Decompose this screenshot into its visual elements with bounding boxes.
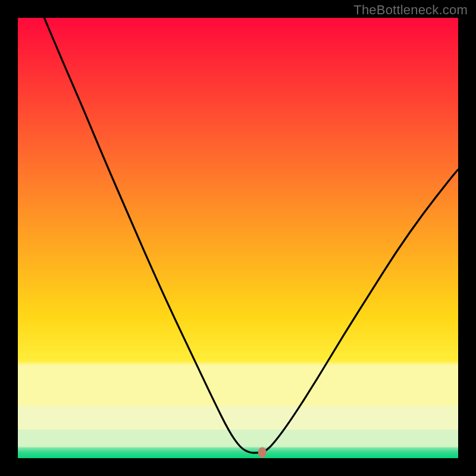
plot-area — [18, 18, 458, 458]
curve-layer — [18, 18, 458, 458]
optimum-marker — [258, 447, 267, 458]
chart-frame: TheBottleneck.com — [0, 0, 476, 476]
watermark-label: TheBottleneck.com — [353, 2, 468, 18]
bottleneck-curve — [44, 18, 458, 453]
